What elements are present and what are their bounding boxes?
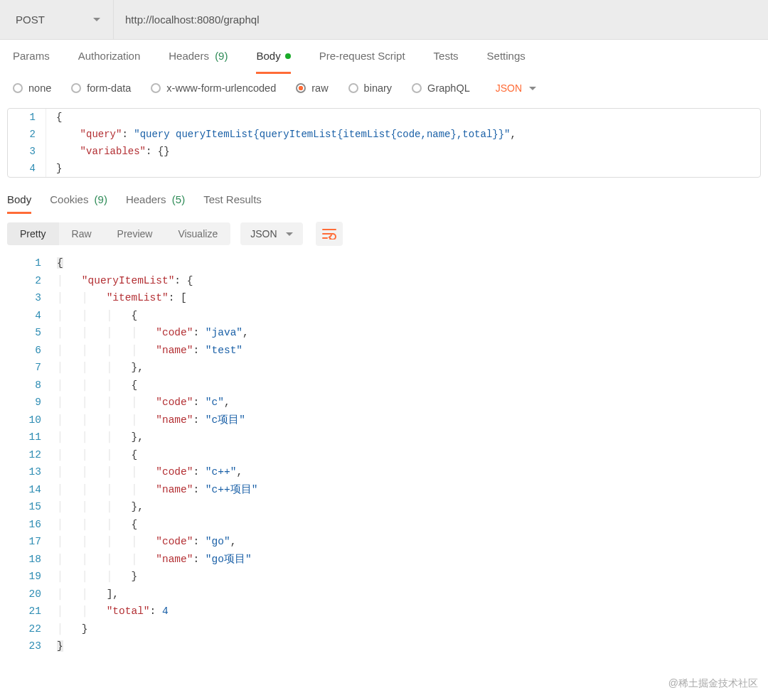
tab-settings[interactable]: Settings <box>487 40 526 74</box>
line-number: 17 <box>7 533 51 551</box>
line-number: 12 <box>7 446 51 464</box>
resp-headers-count: (5) <box>172 193 185 205</box>
line-number: 13 <box>7 463 51 481</box>
line-number: 22 <box>7 620 51 638</box>
cookies-count: (9) <box>95 193 107 205</box>
wrap-icon <box>322 228 336 239</box>
line-number: 2 <box>7 272 51 290</box>
line-number: 11 <box>7 429 51 446</box>
method-label: POST <box>16 14 45 26</box>
line-number: 4 <box>7 307 51 325</box>
view-mode-group: Pretty Raw Preview Visualize <box>7 222 230 245</box>
request-body-editor[interactable]: 1 { 2 "query": "query queryItemList{quer… <box>7 108 761 178</box>
line-number: 18 <box>7 551 51 569</box>
raw-format-select[interactable]: JSON <box>496 82 536 94</box>
line-number: 2 <box>8 126 46 143</box>
dot-indicator-icon <box>285 53 291 59</box>
line-number: 1 <box>7 254 51 272</box>
body-type-raw[interactable]: raw <box>296 82 328 94</box>
response-view-row: Pretty Raw Preview Visualize JSON <box>0 212 768 252</box>
line-number: 14 <box>7 481 51 499</box>
tab-tests[interactable]: Tests <box>434 40 459 74</box>
view-preview[interactable]: Preview <box>105 222 166 245</box>
radio-icon <box>348 83 358 93</box>
chevron-down-icon <box>93 18 100 21</box>
line-number: 15 <box>7 498 51 516</box>
tab-body[interactable]: Body <box>256 40 290 74</box>
line-number: 9 <box>7 394 51 411</box>
line-number: 16 <box>7 516 51 534</box>
radio-icon <box>412 83 422 93</box>
radio-selected-icon <box>296 83 306 93</box>
line-number: 3 <box>7 289 51 307</box>
resp-tab-body[interactable]: Body <box>7 188 31 214</box>
view-raw[interactable]: Raw <box>59 222 105 245</box>
line-number: 3 <box>8 143 46 160</box>
line-number: 21 <box>7 603 51 620</box>
tab-prerequest[interactable]: Pre-request Script <box>319 40 405 74</box>
tab-params[interactable]: Params <box>13 40 50 74</box>
line-number: 20 <box>7 586 51 603</box>
resp-tab-headers[interactable]: Headers (5) <box>126 188 185 214</box>
line-number: 10 <box>7 411 51 429</box>
radio-icon <box>13 83 23 93</box>
body-type-none[interactable]: none <box>13 82 51 94</box>
request-tabs: Params Authorization Headers (9) Body Pr… <box>0 40 768 74</box>
wrap-lines-button[interactable] <box>316 222 343 246</box>
method-select[interactable]: POST <box>0 0 114 39</box>
tab-headers[interactable]: Headers (9) <box>169 40 228 74</box>
view-pretty[interactable]: Pretty <box>7 222 59 245</box>
line-number: 19 <box>7 568 51 586</box>
body-type-formdata[interactable]: form-data <box>71 82 131 94</box>
tab-authorization[interactable]: Authorization <box>78 40 141 74</box>
line-number: 23 <box>7 637 51 655</box>
line-number: 4 <box>8 160 46 177</box>
view-visualize[interactable]: Visualize <box>165 222 230 245</box>
line-number: 6 <box>7 342 51 360</box>
body-type-binary[interactable]: binary <box>348 82 393 94</box>
resp-tab-testresults[interactable]: Test Results <box>203 188 262 214</box>
line-number: 5 <box>7 324 51 342</box>
url-value: http://localhost:8080/graphql <box>125 14 259 26</box>
headers-count: (9) <box>215 50 228 62</box>
chevron-down-icon <box>286 232 293 236</box>
response-format-select[interactable]: JSON <box>240 222 302 245</box>
radio-icon <box>71 83 81 93</box>
body-type-xform[interactable]: x-www-form-urlencoded <box>151 82 276 94</box>
chevron-down-icon <box>529 87 536 90</box>
response-body-viewer[interactable]: 1{ 2│ "queryItemList": { 3│ │ "itemList"… <box>7 254 761 655</box>
resp-tab-cookies[interactable]: Cookies (9) <box>50 188 107 214</box>
response-tabs: Body Cookies (9) Headers (5) Test Result… <box>0 178 768 212</box>
radio-icon <box>151 83 161 93</box>
body-type-graphql[interactable]: GraphQL <box>412 82 470 94</box>
body-type-row: none form-data x-www-form-urlencoded raw… <box>0 74 768 102</box>
request-bar: POST http://localhost:8080/graphql <box>0 0 768 40</box>
line-number: 7 <box>7 359 51 377</box>
url-input[interactable]: http://localhost:8080/graphql <box>114 0 768 39</box>
line-number: 8 <box>7 377 51 394</box>
line-number: 1 <box>8 109 46 126</box>
